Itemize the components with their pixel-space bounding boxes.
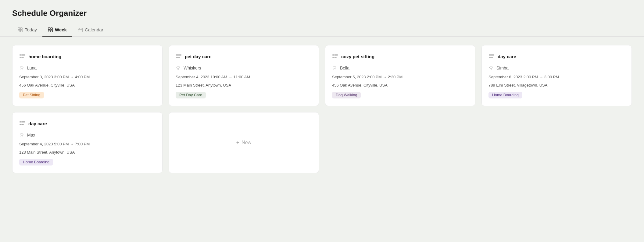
row1-grid: home boarding Luna September 3, 2023 3:0… [12, 45, 632, 106]
checklist-icon-5 [19, 120, 25, 127]
card3-header: cozy pet sitting [332, 53, 468, 60]
card3-badge: Dog Walking [332, 92, 361, 98]
card5-address: 123 Main Street, Anytown, USA [19, 150, 156, 155]
card3-title: cozy pet sitting [341, 54, 374, 59]
svg-rect-6 [48, 30, 50, 32]
card4-address: 789 Elm Street, Villagetown, USA [488, 83, 625, 87]
card-pet-day-care-whiskers: pet day care Whiskers September 4, 2023 … [169, 45, 319, 106]
dog-icon-2 [176, 65, 181, 71]
card4-title: day care [498, 54, 516, 59]
card3-address: 456 Oak Avenue, Cityville, USA [332, 83, 468, 87]
new-button[interactable]: + New [236, 140, 251, 145]
card1-address: 456 Oak Avenue, Cityville, USA [19, 83, 156, 87]
card1-pet-name: Luna [27, 66, 37, 70]
svg-rect-8 [78, 28, 82, 32]
card-day-care-simba: day care Simba September 6, 2023 2:00 PM… [481, 45, 632, 106]
card4-pet-name: Simba [496, 66, 509, 70]
svg-rect-5 [51, 28, 52, 30]
card1-header: home boarding [19, 53, 156, 60]
card2-title: pet day care [185, 54, 212, 59]
checklist-icon-2 [176, 53, 182, 60]
grid-icon-week [48, 27, 53, 32]
card-cozy-pet-sitting-bella: cozy pet sitting Bella September 5, 2023… [325, 45, 475, 106]
checklist-icon-1 [19, 53, 25, 60]
svg-rect-7 [51, 30, 52, 32]
main-content: home boarding Luna September 3, 2023 3:0… [0, 37, 644, 182]
card1-pet: Luna [19, 65, 156, 71]
card4-datetime: September 6, 2023 2:00 PM → 3:00 PM [488, 74, 625, 80]
grid-icon-today [18, 27, 23, 32]
dog-icon-4 [488, 65, 494, 71]
card3-datetime: September 5, 2023 2:00 PM → 2:30 PM [332, 74, 468, 80]
card4-pet: Simba [488, 65, 625, 71]
card4-badge: Home Boarding [488, 92, 522, 98]
card-home-boarding-luna: home boarding Luna September 3, 2023 3:0… [12, 45, 163, 106]
row2-grid: day care Max September 4, 2023 5:00 PM →… [12, 112, 632, 173]
tab-week[interactable]: Week [42, 24, 72, 37]
card2-header: pet day care [176, 53, 312, 60]
card2-pet-name: Whiskers [184, 66, 201, 70]
new-button-label: New [242, 140, 251, 145]
svg-rect-0 [18, 28, 20, 30]
card3-pet: Bella [332, 65, 468, 71]
tab-bar: Today Week Calendar [0, 24, 644, 37]
new-card-button[interactable]: + New [169, 112, 319, 173]
tab-today-label: Today [25, 27, 37, 32]
dog-icon-3 [332, 65, 338, 71]
card4-header: day care [488, 53, 625, 60]
tab-week-label: Week [55, 27, 67, 32]
tab-calendar-label: Calendar [85, 27, 103, 32]
tab-calendar[interactable]: Calendar [72, 24, 109, 37]
card1-badge: Pet Sitting [19, 92, 44, 98]
checklist-icon-4 [488, 53, 495, 60]
card1-datetime: September 3, 2023 3:00 PM → 4:00 PM [19, 74, 156, 80]
plus-icon: + [236, 140, 239, 145]
svg-rect-2 [18, 30, 20, 32]
empty-slot-1 [325, 112, 475, 173]
app-container: Schedule Organizer Today Week [0, 0, 644, 242]
dog-icon-1 [19, 65, 25, 71]
card5-pet-name: Max [27, 133, 35, 137]
card2-pet: Whiskers [176, 65, 312, 71]
empty-slot-2 [481, 112, 632, 173]
card5-title: day care [28, 121, 47, 126]
card3-pet-name: Bella [340, 66, 349, 70]
card1-title: home boarding [28, 54, 61, 59]
card2-datetime: September 4, 2023 10:00 AM → 11:00 AM [176, 74, 312, 80]
card5-pet: Max [19, 132, 156, 138]
card-day-care-max: day care Max September 4, 2023 5:00 PM →… [12, 112, 163, 173]
card2-address: 123 Main Street, Anytown, USA [176, 83, 312, 87]
app-title: Schedule Organizer [12, 9, 632, 18]
card2-badge: Pet Day Care [176, 92, 206, 98]
svg-rect-3 [20, 30, 22, 32]
card5-header: day care [19, 120, 156, 127]
card5-datetime: September 4, 2023 5:00 PM → 7:00 PM [19, 141, 156, 147]
header: Schedule Organizer [0, 0, 644, 18]
tab-today[interactable]: Today [12, 24, 42, 37]
calendar-icon [78, 27, 83, 32]
dog-icon-5 [19, 132, 25, 138]
checklist-icon-3 [332, 53, 338, 60]
svg-rect-1 [20, 28, 22, 30]
svg-rect-4 [48, 28, 50, 30]
card5-badge: Home Boarding [19, 159, 53, 165]
